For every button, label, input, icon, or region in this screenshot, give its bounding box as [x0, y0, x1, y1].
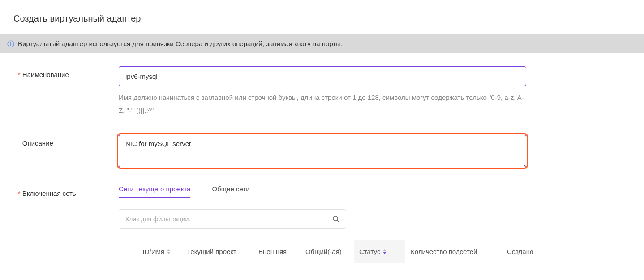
svg-point-3 [333, 216, 338, 221]
col-status-label: Статус [359, 248, 380, 255]
required-star: * [18, 190, 21, 197]
svg-line-4 [337, 220, 339, 222]
info-text: Виртуальный адаптер используется для при… [18, 40, 343, 47]
col-shared-label: Общий(-ая) [305, 248, 342, 255]
col-id-name[interactable]: ID/Имя [119, 240, 181, 263]
description-textarea[interactable]: NIC for mySQL server [119, 135, 526, 167]
label-name-text: Наименование [22, 71, 69, 78]
row-description: *Описание NIC for mySQL server [13, 135, 631, 167]
svg-marker-5 [167, 249, 171, 251]
col-external[interactable]: Внешняя [253, 240, 300, 263]
col-external-label: Внешняя [258, 248, 287, 255]
info-bar: Виртуальный адаптер используется для при… [0, 34, 644, 53]
tab-current-project-networks[interactable]: Сети текущего проекта [119, 185, 190, 198]
col-subnets-label: Количество подсетей [411, 248, 477, 255]
svg-marker-7 [383, 249, 386, 251]
page-title: Создать виртуальный адаптер [0, 0, 644, 34]
label-name: *Наименование [13, 66, 119, 78]
tab-shared-networks[interactable]: Общие сети [212, 185, 249, 198]
form-body: *Наименование Имя должно начинаться с за… [0, 53, 644, 277]
label-description-text: Описание [22, 139, 53, 147]
label-description: *Описание [13, 135, 119, 147]
svg-point-1 [10, 42, 11, 43]
col-created[interactable]: Создано [502, 240, 558, 263]
name-input[interactable] [119, 66, 526, 86]
row-name: *Наименование Имя должно начинаться с за… [13, 66, 631, 117]
sort-icon [383, 249, 386, 254]
row-network: *Включенная сеть Сети текущего проекта О… [13, 185, 631, 263]
col-shared[interactable]: Общий(-ая) [300, 240, 354, 263]
col-created-label: Создано [507, 248, 533, 255]
label-network: *Включенная сеть [13, 185, 119, 197]
col-id-label: ID/Имя [143, 248, 164, 255]
svg-rect-2 [10, 43, 11, 45]
col-current-project[interactable]: Текущий проект [181, 240, 253, 263]
network-table-header: ID/Имя Текущий проект Внешняя Общий(-ая) [119, 240, 558, 263]
info-icon [7, 40, 14, 47]
filter-input[interactable] [125, 215, 332, 223]
network-tabs: Сети текущего проекта Общие сети [119, 185, 631, 198]
col-subnet-count[interactable]: Количество подсетей [405, 240, 502, 263]
required-star: * [18, 71, 21, 78]
search-icon[interactable] [332, 215, 339, 223]
sort-icon [167, 249, 171, 254]
name-help-text: Имя должно начинаться с заглавной или ст… [119, 91, 526, 117]
svg-marker-6 [167, 252, 171, 254]
col-project-label: Текущий проект [187, 248, 236, 255]
col-status[interactable]: Статус [354, 240, 405, 263]
label-network-text: Включенная сеть [22, 190, 76, 197]
filter-box[interactable] [119, 209, 346, 229]
svg-marker-8 [383, 252, 386, 254]
